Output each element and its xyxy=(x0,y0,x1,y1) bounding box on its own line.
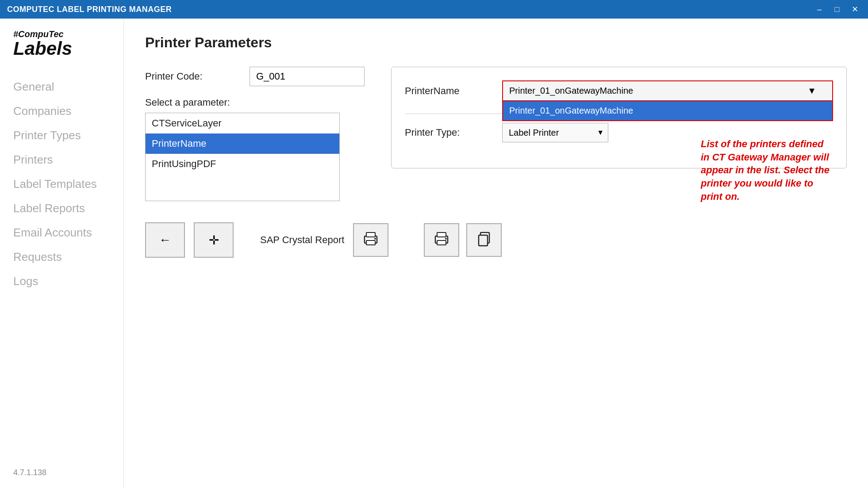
printer-code-label: Printer Code: xyxy=(145,71,242,82)
minimize-button[interactable]: – xyxy=(813,3,826,15)
back-icon: ← xyxy=(159,233,171,247)
sidebar-item-logs[interactable]: Logs xyxy=(13,270,110,293)
param-item-ctservicelayer[interactable]: CTServiceLayer xyxy=(146,113,339,133)
sidebar-item-email-accounts[interactable]: Email Accounts xyxy=(13,221,110,244)
main-content: Printer Parameters Printer Code: Select … xyxy=(124,19,868,488)
sidebar-item-printers[interactable]: Printers xyxy=(13,149,110,171)
logo-area: #CompuTec Labels xyxy=(13,29,110,58)
form-right: PrinterName Printer_01_onGatewayMachine … xyxy=(391,67,847,168)
toolbar: ← ✛ SAP Crystal Report xyxy=(145,222,847,258)
print-button[interactable] xyxy=(424,223,459,257)
print-icon xyxy=(434,232,449,249)
copy-icon xyxy=(476,231,492,250)
printer-name-option-0[interactable]: Printer_01_onGatewayMachine xyxy=(503,101,832,120)
title-bar: COMPUTEC LABEL PRINTING MANAGER – □ ✕ xyxy=(0,0,868,19)
printer-name-selected: Printer_01_onGatewayMachine xyxy=(509,86,633,96)
window-controls: – □ ✕ xyxy=(813,3,861,15)
sidebar-item-requests[interactable]: Requests xyxy=(13,246,110,268)
sidebar-item-general[interactable]: General xyxy=(13,76,110,98)
close-button[interactable]: ✕ xyxy=(849,3,861,15)
sidebar: #CompuTec Labels General Companies Print… xyxy=(0,19,124,488)
sap-crystal-label: SAP Crystal Report xyxy=(260,234,344,246)
printer-type-select[interactable]: Label Printer xyxy=(502,123,608,142)
version-label: 4.7.1.138 xyxy=(13,468,110,477)
param-item-printusingpdf[interactable]: PrintUsingPDF xyxy=(146,154,339,174)
printer-name-options: Printer_01_onGatewayMachine xyxy=(502,101,833,121)
printer-type-config-label: Printer Type: xyxy=(405,127,493,138)
add-icon: ✛ xyxy=(209,233,219,248)
svg-rect-2 xyxy=(366,240,375,245)
sidebar-item-label-templates[interactable]: Label Templates xyxy=(13,173,110,195)
form-left: Printer Code: Select a parameter: CTServ… xyxy=(145,67,365,201)
page-title: Printer Parameters xyxy=(145,34,847,51)
svg-point-3 xyxy=(374,238,376,240)
logo-labels: Labels xyxy=(13,39,110,58)
printer-code-row: Printer Code: xyxy=(145,67,365,86)
svg-rect-6 xyxy=(437,240,446,245)
parameter-list: CTServiceLayer PrinterName PrintUsingPDF xyxy=(145,113,340,201)
back-button[interactable]: ← xyxy=(145,222,185,258)
form-section: Printer Code: Select a parameter: CTServ… xyxy=(145,67,847,201)
printer-name-config-label: PrinterName xyxy=(405,85,493,97)
printer-annotation: List of the printers defined in CT Gatew… xyxy=(701,137,833,203)
sidebar-item-label-reports[interactable]: Label Reports xyxy=(13,197,110,220)
svg-rect-5 xyxy=(437,233,446,237)
param-item-printername[interactable]: PrinterName xyxy=(146,133,339,154)
maximize-button[interactable]: □ xyxy=(831,3,843,15)
sap-print-button[interactable] xyxy=(353,223,388,257)
printer-name-dropdown[interactable]: Printer_01_onGatewayMachine ▼ xyxy=(502,80,833,101)
printer-type-wrapper: Label Printer ▼ xyxy=(502,123,608,142)
svg-rect-9 xyxy=(479,235,488,246)
sidebar-item-companies[interactable]: Companies xyxy=(13,100,110,122)
printer-code-input[interactable] xyxy=(250,67,365,86)
svg-point-7 xyxy=(445,238,447,240)
sap-printer-icon xyxy=(363,232,379,249)
extra-buttons xyxy=(424,223,502,257)
sidebar-nav: General Companies Printer Types Printers… xyxy=(13,76,110,293)
app-body: #CompuTec Labels General Companies Print… xyxy=(0,19,868,488)
add-button[interactable]: ✛ xyxy=(194,222,234,258)
sidebar-item-printer-types[interactable]: Printer Types xyxy=(13,124,110,147)
svg-rect-1 xyxy=(366,233,375,237)
dropdown-arrow-icon: ▼ xyxy=(807,86,816,96)
app-title: COMPUTEC LABEL PRINTING MANAGER xyxy=(7,5,172,14)
copy-button[interactable] xyxy=(466,223,502,257)
printer-name-config-row: PrinterName Printer_01_onGatewayMachine … xyxy=(405,80,833,101)
printer-name-dropdown-wrapper: Printer_01_onGatewayMachine ▼ Printer_01… xyxy=(502,80,833,101)
select-param-label: Select a parameter: xyxy=(145,97,365,108)
